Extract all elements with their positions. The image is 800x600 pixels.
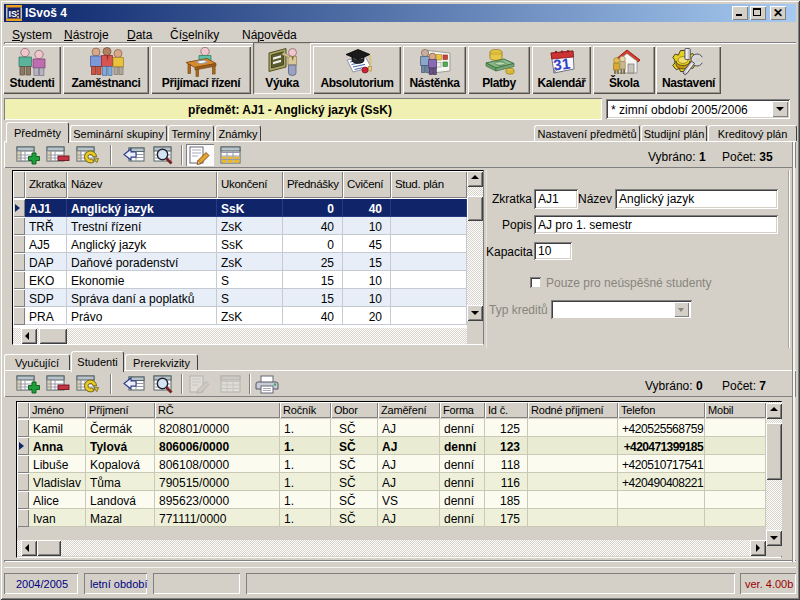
svg-text:IS: IS — [9, 9, 18, 19]
